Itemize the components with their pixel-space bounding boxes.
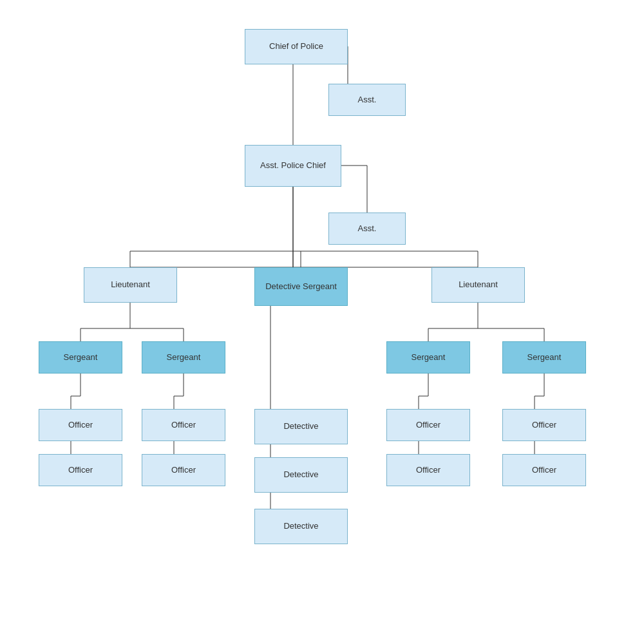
node-asst2: Asst. bbox=[328, 213, 406, 245]
node-lt_left: Lieutenant bbox=[84, 267, 177, 303]
node-off_rr1: Officer bbox=[502, 409, 586, 441]
node-lt_right: Lieutenant bbox=[431, 267, 525, 303]
node-det3: Detective bbox=[254, 509, 348, 544]
node-sgt_rr: Sergeant bbox=[502, 341, 586, 374]
connectors bbox=[0, 0, 644, 644]
node-chief: Chief of Police bbox=[245, 29, 348, 64]
node-asst_chief: Asst. Police Chief bbox=[245, 145, 341, 187]
node-off_lr1: Officer bbox=[142, 409, 225, 441]
node-off_lr2: Officer bbox=[142, 454, 225, 486]
node-off_ll2: Officer bbox=[39, 454, 122, 486]
node-det1: Detective bbox=[254, 409, 348, 444]
org-chart: Chief of PoliceAsst.Asst. Police ChiefAs… bbox=[0, 0, 644, 644]
node-off_rr2: Officer bbox=[502, 454, 586, 486]
node-off_rl2: Officer bbox=[386, 454, 470, 486]
node-sgt_rl: Sergeant bbox=[386, 341, 470, 374]
node-sgt_lr: Sergeant bbox=[142, 341, 225, 374]
node-det_sgt: Detective Sergeant bbox=[254, 267, 348, 306]
node-off_ll1: Officer bbox=[39, 409, 122, 441]
node-asst1: Asst. bbox=[328, 84, 406, 116]
node-off_rl1: Officer bbox=[386, 409, 470, 441]
node-sgt_ll: Sergeant bbox=[39, 341, 122, 374]
node-det2: Detective bbox=[254, 457, 348, 493]
